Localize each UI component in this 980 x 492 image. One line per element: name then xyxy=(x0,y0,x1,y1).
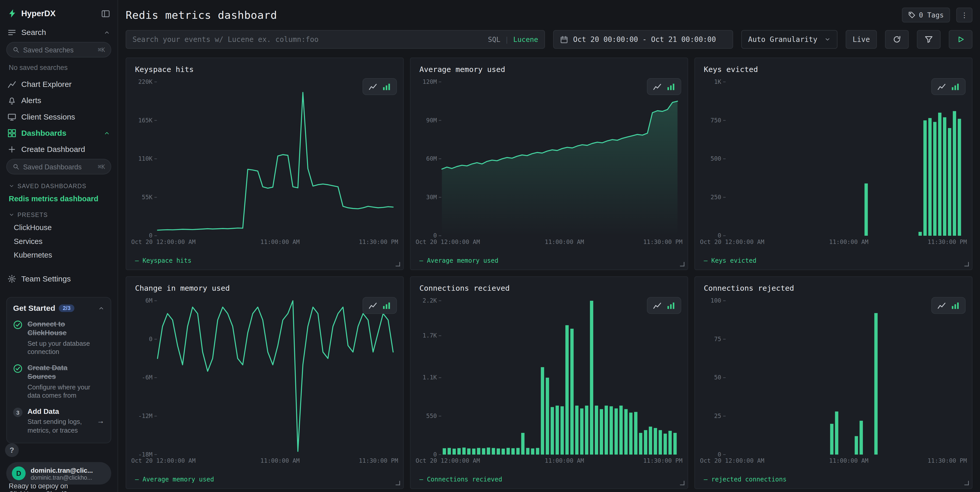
line-chart-icon[interactable] xyxy=(369,83,377,91)
preset-kubernetes[interactable]: Kubernetes xyxy=(0,248,118,262)
get-started-item-add-data[interactable]: 3Add DataStart sending logs, metrics, or… xyxy=(13,407,104,435)
chart-type-toggle[interactable] xyxy=(931,78,966,95)
panel-title: Connections rejected xyxy=(695,277,972,294)
line-chart-icon[interactable] xyxy=(369,301,377,309)
magnifier-icon xyxy=(13,163,19,170)
bar-chart-icon[interactable] xyxy=(951,301,959,309)
refresh-button[interactable] xyxy=(885,30,908,49)
saved-searches-input[interactable]: Saved Searches ⌘K xyxy=(6,42,111,57)
chart-type-toggle[interactable] xyxy=(363,297,397,314)
chart-type-toggle[interactable] xyxy=(647,78,681,95)
chart-area[interactable]: 0255075100Oct 20 12:00:00 AM11:00:00 AM1… xyxy=(698,296,968,466)
svg-text:Oct 20 12:00:00 AM: Oct 20 12:00:00 AM xyxy=(700,239,764,245)
bar-chart-icon[interactable] xyxy=(951,83,959,91)
panel-resize-handle[interactable] xyxy=(680,262,684,266)
svg-text:11:00:00 AM: 11:00:00 AM xyxy=(829,457,869,464)
panel-resize-handle[interactable] xyxy=(680,481,684,485)
chart-area[interactable]: -18M-12M-6M06MOct 20 12:00:00 AM11:00:00… xyxy=(130,296,399,466)
plus-icon xyxy=(8,145,16,154)
arrow-right-icon: → xyxy=(97,417,104,425)
line-chart-icon[interactable] xyxy=(653,301,661,309)
panel-title: Connections recieved xyxy=(410,277,687,294)
saved-dashboard-redis-metrics-dashboard[interactable]: Redis metrics dashboard xyxy=(0,192,118,206)
filter-button[interactable] xyxy=(917,30,940,49)
sidebar-item-dashboards[interactable]: Dashboards xyxy=(0,125,118,141)
legend-swatch: — xyxy=(135,476,139,483)
sql-mode-toggle[interactable]: SQL xyxy=(488,35,500,43)
get-started-item-create-data-sources[interactable]: Create Data SourcesConfigure where your … xyxy=(13,363,104,400)
chart-legend[interactable]: —Keys evicted xyxy=(704,257,756,264)
svg-text:11:30:00 PM: 11:30:00 PM xyxy=(359,457,398,464)
create-dashboard-button[interactable]: Create Dashboard xyxy=(0,142,118,158)
svg-text:11:30:00 PM: 11:30:00 PM xyxy=(359,239,398,245)
legend-swatch: — xyxy=(419,476,423,483)
magnifier-icon xyxy=(13,46,19,53)
chart-legend[interactable]: —Keyspace hits xyxy=(135,257,191,264)
play-icon xyxy=(956,35,965,44)
bar-chart-icon[interactable] xyxy=(383,83,391,91)
panel-resize-handle[interactable] xyxy=(964,481,969,485)
time-range-picker[interactable]: Oct 20 00:00:00 - Oct 21 00:00:00 xyxy=(553,30,733,49)
bar-chart-icon[interactable] xyxy=(667,83,675,91)
chevron-up-icon xyxy=(98,305,104,311)
tags-button[interactable]: 0 Tags xyxy=(902,8,950,22)
help-button[interactable]: ? xyxy=(5,443,19,457)
granularity-select[interactable]: Auto Granularity xyxy=(741,30,838,49)
chart-type-toggle[interactable] xyxy=(931,297,966,314)
chart-type-toggle[interactable] xyxy=(647,297,681,314)
chart-legend[interactable]: —Average memory used xyxy=(419,257,498,264)
sidebar-item-search[interactable]: Search xyxy=(0,24,118,41)
chart-area[interactable]: 030M60M90M120MOct 20 12:00:00 AM11:00:00… xyxy=(414,77,684,247)
saved-dashboards-input[interactable]: Saved Dashboards ⌘K xyxy=(6,159,111,175)
chart-legend[interactable]: —Connections recieved xyxy=(419,476,502,483)
grid-icon xyxy=(8,129,16,137)
presets-header[interactable]: PRESETS xyxy=(0,205,118,221)
chart-area[interactable]: 055K110K165K220KOct 20 12:00:00 AM11:00:… xyxy=(130,77,399,247)
event-search-input[interactable]: Search your events w/ Lucene ex. column:… xyxy=(126,30,545,49)
panel-resize-handle[interactable] xyxy=(396,481,400,485)
gear-icon xyxy=(8,274,16,283)
sidebar-item-team-settings[interactable]: Team Settings xyxy=(0,271,118,287)
bar-chart-icon[interactable] xyxy=(667,301,675,309)
sidebar-nav: Chart ExplorerAlertsClient SessionsDashb… xyxy=(0,76,118,142)
preset-services[interactable]: Services xyxy=(0,234,118,248)
check-circle-icon xyxy=(13,320,22,356)
run-query-button[interactable] xyxy=(949,30,972,49)
chart-type-toggle[interactable] xyxy=(363,78,397,95)
svg-text:500: 500 xyxy=(710,155,721,162)
lucene-mode-toggle[interactable]: Lucene xyxy=(513,35,538,43)
chart-area[interactable]: 05501.1K1.7K2.2KOct 20 12:00:00 AM11:00:… xyxy=(414,296,684,466)
svg-text:Oct 20 12:00:00 AM: Oct 20 12:00:00 AM xyxy=(700,457,764,464)
calendar-icon xyxy=(560,35,568,43)
live-button[interactable]: Live xyxy=(846,30,877,49)
chart-legend[interactable]: —Average memory used xyxy=(135,476,214,483)
panel-resize-handle[interactable] xyxy=(396,262,400,266)
get-started-header[interactable]: Get Started 2/3 xyxy=(13,304,104,312)
sidebar-collapse-icon[interactable] xyxy=(101,9,110,18)
sidebar-item-chart-explorer[interactable]: Chart Explorer xyxy=(0,76,118,92)
user-menu[interactable]: D dominic.tran@clic... dominic.tran@clic… xyxy=(6,462,111,485)
preset-clickhouse[interactable]: ClickHouse xyxy=(0,221,118,235)
get-started-card: Get Started 2/3 Connect to ClickHouseSet… xyxy=(6,297,111,443)
svg-text:11:30:00 PM: 11:30:00 PM xyxy=(928,239,967,245)
svg-text:0: 0 xyxy=(149,336,153,342)
chart-area[interactable]: 02505007501KOct 20 12:00:00 AM11:00:00 A… xyxy=(698,77,968,247)
main-content: Redis metrics dashboard 0 Tags ⋮ Search … xyxy=(118,0,980,492)
line-chart-icon[interactable] xyxy=(653,83,661,91)
bar-chart-icon[interactable] xyxy=(383,301,391,309)
svg-text:11:30:00 PM: 11:30:00 PM xyxy=(928,457,967,464)
search-placeholder: Search your events w/ Lucene ex. column:… xyxy=(133,35,483,44)
sidebar-item-alerts[interactable]: Alerts xyxy=(0,92,118,109)
svg-text:Oct 20 12:00:00 AM: Oct 20 12:00:00 AM xyxy=(131,457,196,464)
chart-legend[interactable]: —rejected connections xyxy=(704,476,786,483)
get-started-item-connect-to-clickhouse[interactable]: Connect to ClickHouseSet up your databas… xyxy=(13,320,104,357)
sidebar-item-client-sessions[interactable]: Client Sessions xyxy=(0,109,118,125)
more-menu-button[interactable]: ⋮ xyxy=(956,8,972,22)
svg-text:25: 25 xyxy=(714,412,721,419)
legend-swatch: — xyxy=(419,257,423,264)
funnel-icon xyxy=(924,35,933,44)
line-chart-icon[interactable] xyxy=(938,301,946,309)
line-chart-icon[interactable] xyxy=(938,83,946,91)
saved-dashboards-header[interactable]: SAVED DASHBOARDS xyxy=(0,177,118,192)
panel-resize-handle[interactable] xyxy=(964,262,969,266)
